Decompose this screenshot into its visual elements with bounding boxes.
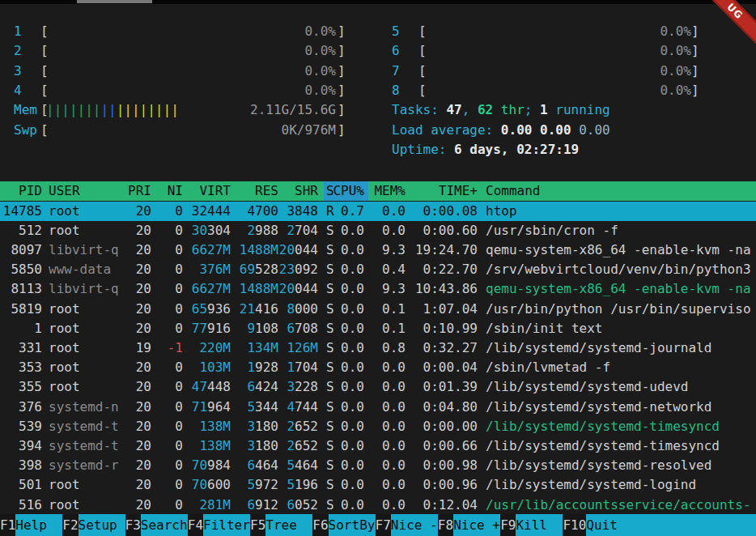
tasks-line: Tasks: 47, 62 thr; 1 running — [0, 100, 756, 120]
cell-cpu: 0.0 — [328, 398, 364, 417]
cell-res: 5344 — [234, 398, 278, 417]
cell-virt: 30304 — [186, 221, 231, 240]
process-row[interactable]: 331root19-1220M134M126MS0.00.80:32.27/li… — [0, 338, 756, 358]
cell-pri: 20 — [117, 221, 151, 240]
process-row[interactable]: 394systemd-t200138M31802652S0.00.00:00.6… — [0, 436, 756, 456]
process-row[interactable]: 8097libvirt-q2006627M1488M20044S0.09.319… — [0, 240, 756, 260]
process-row[interactable]: 1root2007791691086708S0.00.10:10.99/sbin… — [0, 319, 756, 338]
fkey-label-setup[interactable]: Setup — [79, 514, 125, 536]
cell-res: 6464 — [234, 456, 278, 475]
cell-virt: 220M — [186, 338, 231, 358]
cell-res: 6912 — [234, 496, 278, 515]
cell-virt: 70600 — [186, 475, 231, 495]
fkey-nice-[interactable]: F8 — [438, 514, 453, 536]
process-row[interactable]: 5819root20065936214168000S0.00.11:07.04/… — [0, 300, 756, 319]
cpu-meter-number: 5 — [392, 22, 400, 41]
cell-time: 0:12.04 — [409, 496, 478, 515]
process-row[interactable]: 501root2007060059725196S0.00.00:00.96/li… — [0, 475, 756, 495]
process-row[interactable]: 376systemd-n2007196453444744S0.00.00:04.… — [0, 398, 756, 417]
column-header-pid[interactable]: PID — [0, 181, 42, 201]
cell-cpu: 0.0 — [328, 417, 364, 436]
fkey-label-search[interactable]: Search — [141, 514, 188, 536]
cell-pid: 516 — [0, 496, 42, 515]
column-header-cpu[interactable]: CPU% — [328, 181, 364, 201]
column-header-time[interactable]: TIME+ — [409, 181, 478, 201]
cell-command: /sbin/lvmetad -f — [486, 358, 756, 377]
fkey-label-quit[interactable]: Quit — [586, 514, 756, 536]
cell-time: 0:00.96 — [409, 475, 478, 495]
cell-ni: -1 — [155, 338, 183, 358]
column-header-cmd[interactable]: Command — [486, 181, 756, 201]
cell-cpu: 0.0 — [328, 436, 364, 456]
cell-pid: 376 — [0, 398, 42, 417]
column-header-mem[interactable]: MEM% — [369, 181, 406, 201]
column-header-virt[interactable]: VIRT — [186, 181, 231, 201]
fkey-kill[interactable]: F9 — [500, 514, 516, 536]
cell-pri: 20 — [117, 358, 151, 377]
cell-pid: 394 — [0, 436, 42, 456]
fkey-search[interactable]: F3 — [125, 514, 141, 536]
cell-res: 21416 — [234, 300, 278, 319]
fkey-label-nice-[interactable]: Nice + — [453, 514, 500, 536]
fkey-label-nice-[interactable]: Nice - — [391, 514, 438, 536]
fkey-sortby[interactable]: F6 — [312, 514, 328, 536]
meter-open-bracket: [ — [418, 22, 427, 41]
cell-ni: 0 — [155, 496, 183, 515]
fkey-label-help[interactable]: Help — [15, 514, 62, 536]
load-average: Load average: 0.00 0.00 0.00 — [392, 121, 610, 140]
fkey-label-kill[interactable]: Kill — [516, 514, 563, 536]
fkey-setup[interactable]: F2 — [62, 514, 78, 536]
process-row[interactable]: 355root2004744864243228S0.00.00:01.39/li… — [0, 377, 756, 397]
meter-open-bracket: [ — [418, 62, 427, 81]
cell-ni: 0 — [155, 417, 183, 436]
cell-mem: 0.0 — [369, 377, 406, 397]
cell-cpu: 0.7 — [328, 202, 364, 221]
cell-time: 0:01.39 — [409, 377, 478, 397]
process-row[interactable]: 5850www-data200376M6952823092S0.00.40:22… — [0, 260, 756, 279]
cell-mem: 0.0 — [369, 221, 406, 240]
cell-pri: 20 — [117, 417, 151, 436]
meter-close-bracket: ] — [691, 22, 699, 41]
process-row[interactable]: 539systemd-t200138M31802652S0.00.00:00.0… — [0, 417, 756, 436]
cell-shr: 3848 — [274, 202, 318, 221]
fkey-label-tree[interactable]: Tree — [265, 514, 312, 536]
cell-mem: 9.3 — [369, 279, 406, 299]
cell-res: 6424 — [234, 377, 278, 397]
process-row[interactable]: 8113libvirt-q2006627M1488M20044S0.09.310… — [0, 279, 756, 299]
fkey-quit[interactable]: F10 — [563, 514, 586, 536]
cell-virt: 103M — [186, 358, 231, 377]
cell-mem: 0.0 — [369, 475, 406, 495]
cell-shr: 6052 — [274, 496, 318, 515]
load-line: Load average: 0.00 0.00 0.00 — [0, 121, 756, 140]
cell-pri: 20 — [117, 202, 151, 221]
fkey-help[interactable]: F1 — [0, 514, 15, 536]
fkey-label-sortby[interactable]: SortBy — [329, 514, 376, 536]
process-row[interactable]: 398systemd-r2007098464645464S0.00.00:00.… — [0, 456, 756, 475]
column-header-res[interactable]: RES — [234, 181, 278, 201]
cell-mem: 0.0 — [369, 456, 406, 475]
cell-pri: 20 — [117, 456, 151, 475]
column-header-pri[interactable]: PRI — [117, 181, 151, 201]
debug-ribbon-label: UG — [724, 1, 745, 21]
fkey-filter[interactable]: F4 — [188, 514, 203, 536]
process-row[interactable]: 14785root2003244447003848R0.70.00:00.08h… — [0, 202, 756, 221]
process-row[interactable]: 512root2003030429882704S0.00.00:00.60/us… — [0, 221, 756, 240]
cell-command: htop — [486, 202, 756, 221]
column-header-shr[interactable]: SHR — [274, 181, 318, 201]
fkey-label-filter[interactable]: Filter — [203, 514, 250, 536]
fkey-nice-[interactable]: F7 — [376, 514, 391, 536]
meter-close-bracket: ] — [691, 41, 699, 61]
cell-ni: 0 — [155, 279, 183, 299]
cell-pid: 501 — [0, 475, 42, 495]
uptime: Uptime: 6 days, 02:27:19 — [392, 140, 579, 160]
cell-command: /lib/systemd/systemd-udevd — [486, 377, 756, 397]
column-header-ni[interactable]: NI — [155, 181, 183, 201]
process-row[interactable]: 353root200103M19281704S0.00.00:00.04/sbi… — [0, 358, 756, 377]
cell-pri: 20 — [117, 398, 151, 417]
cell-time: 0:00.60 — [409, 221, 478, 240]
process-row[interactable]: 516root200281M69126052S0.00.00:12.04/usr… — [0, 496, 756, 515]
fkey-tree[interactable]: F5 — [250, 514, 265, 536]
cell-mem: 9.3 — [369, 240, 406, 260]
window-tab-fragment — [77, 0, 152, 3]
function-key-bar: F1HelpF2SetupF3SearchF4FilterF5TreeF6Sor… — [0, 514, 756, 536]
